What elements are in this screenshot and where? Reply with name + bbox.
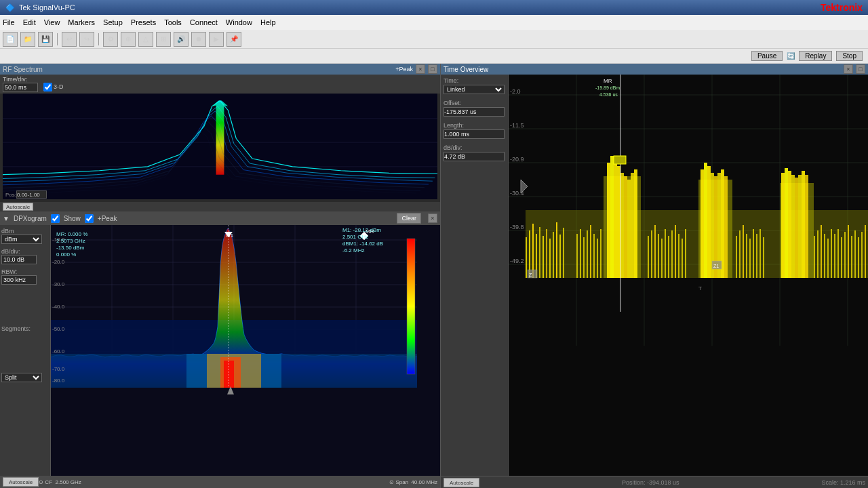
toolbar-peak[interactable]: △ bbox=[138, 32, 153, 47]
dpx-close-btn[interactable]: × bbox=[428, 214, 437, 223]
replay-button[interactable]: Replay bbox=[799, 51, 832, 61]
svg-rect-103 bbox=[682, 239, 683, 278]
spectrum-autoscale-btn[interactable]: Autoscale bbox=[3, 203, 33, 211]
dbdiv-input[interactable] bbox=[1, 255, 37, 264]
dpxogram-canvas: M1 MR -10.0 -20.0 -30.0 -40.0 -50.0 -60.… bbox=[51, 225, 440, 476]
svg-text:-39.8: -39.8 bbox=[510, 224, 524, 230]
svg-rect-115 bbox=[739, 230, 741, 278]
menu-window[interactable]: Window bbox=[226, 18, 252, 26]
dpxogram-svg: M1 MR -10.0 -20.0 -30.0 -40.0 -50.0 -60.… bbox=[51, 225, 440, 476]
dpx-clear-btn[interactable]: Clear bbox=[397, 213, 421, 224]
toolbar-redo[interactable]: ↪ bbox=[79, 32, 94, 47]
units-select[interactable]: dBm bbox=[1, 235, 42, 244]
svg-rect-78 bbox=[614, 159, 617, 278]
time-overview-close[interactable]: × bbox=[844, 64, 853, 74]
toolbar-play[interactable]: ▶ bbox=[209, 32, 224, 47]
stop-button[interactable]: Stop bbox=[836, 51, 863, 61]
menu-edit[interactable]: Edit bbox=[23, 18, 36, 26]
svg-rect-93 bbox=[648, 236, 649, 278]
segments-label: Segments: bbox=[1, 325, 49, 332]
menu-view[interactable]: View bbox=[44, 18, 60, 26]
toolbar-save[interactable]: 💾 bbox=[38, 32, 53, 47]
menu-connect[interactable]: Connect bbox=[190, 18, 218, 26]
toolbar-settings[interactable]: ⚙ bbox=[103, 32, 118, 47]
svg-text:4.536 us: 4.536 us bbox=[599, 92, 618, 97]
spectrum-max-btn[interactable]: □ bbox=[428, 64, 437, 74]
dbdiv-input-to[interactable] bbox=[443, 152, 505, 161]
length-label: Length: bbox=[443, 122, 505, 129]
svg-rect-102 bbox=[678, 234, 679, 278]
svg-rect-141 bbox=[844, 232, 846, 278]
time-overview-svg: -2.0 -11.5 -20.9 -30.4 -39.8 -49.2 bbox=[509, 75, 868, 476]
svg-text:-70.0: -70.0 bbox=[52, 366, 65, 372]
svg-text:2.501 GHz: 2.501 GHz bbox=[342, 234, 368, 240]
dpxogram-header: ▼ DPXogram Show +Peak Clear × bbox=[0, 211, 440, 225]
svg-text:Z: Z bbox=[529, 272, 532, 277]
svg-rect-74 bbox=[563, 228, 564, 278]
svg-rect-104 bbox=[685, 229, 686, 278]
svg-rect-143 bbox=[851, 236, 852, 278]
pos-input[interactable] bbox=[16, 190, 47, 199]
menu-tools[interactable]: Tools bbox=[164, 18, 182, 26]
cf-indicator: ⊙ CF 2.500 GHz bbox=[39, 479, 81, 485]
toolbar-marker[interactable]: ⊕ bbox=[121, 32, 136, 47]
time-type-select[interactable]: Linked Independent bbox=[443, 85, 505, 94]
toolbar: 📄 📁 💾 ↩ ↪ ⚙ ⊕ △ ⊞ 🔊 ⏺ ▶ 📌 bbox=[0, 30, 868, 49]
svg-rect-107 bbox=[704, 163, 707, 278]
time-label: Time: bbox=[443, 77, 505, 84]
left-panel: RF Spectrum +Peak × □ Time/div: 3-D bbox=[0, 64, 441, 488]
svg-rect-142 bbox=[848, 225, 849, 278]
length-input[interactable] bbox=[443, 129, 505, 139]
dpx-arrow: ▼ bbox=[3, 215, 9, 222]
svg-rect-82 bbox=[627, 180, 631, 278]
dpx-peak-checkbox[interactable] bbox=[85, 214, 94, 223]
toolbar-new[interactable]: 📄 bbox=[3, 32, 18, 47]
toolbar-pin[interactable]: 📌 bbox=[226, 32, 241, 47]
spectrum-peak-label: +Peak bbox=[395, 66, 413, 73]
dbdiv-label: dB/div: bbox=[1, 248, 49, 255]
offset-input[interactable] bbox=[443, 107, 505, 117]
svg-rect-122 bbox=[763, 237, 764, 278]
menu-help[interactable]: Help bbox=[260, 18, 276, 26]
rbw-label: RBW: bbox=[1, 268, 49, 275]
toolbar-zoom[interactable]: ⊞ bbox=[156, 32, 171, 47]
dpx-autoscale-btn[interactable]: Autoscale bbox=[3, 477, 39, 487]
time-overview-controls: Time: Linked Independent Offset: Length:… bbox=[441, 75, 509, 476]
svg-text:-2.0: -2.0 bbox=[510, 88, 521, 95]
svg-rect-127 bbox=[791, 175, 795, 278]
toolbar-open[interactable]: 📁 bbox=[20, 32, 35, 47]
svg-text:-50.0: -50.0 bbox=[52, 326, 65, 332]
time-div-input[interactable] bbox=[3, 83, 38, 92]
svg-rect-131 bbox=[805, 175, 808, 278]
span-indicator: ⊙ Span 40.00 MHz bbox=[389, 479, 437, 485]
rbw-input[interactable] bbox=[1, 275, 37, 285]
svg-rect-88 bbox=[587, 230, 588, 278]
svg-text:dBM1: -14.62 dB: dBM1: -14.62 dB bbox=[342, 241, 383, 247]
svg-rect-80 bbox=[620, 173, 624, 278]
svg-text:-20.0: -20.0 bbox=[52, 259, 65, 265]
dpx-show-checkbox[interactable] bbox=[51, 214, 60, 223]
svg-rect-126 bbox=[788, 171, 791, 278]
svg-rect-132 bbox=[814, 236, 815, 278]
pause-button[interactable]: Pause bbox=[751, 51, 783, 61]
menu-bar: File Edit View Markers Setup Presets Too… bbox=[0, 15, 868, 30]
menu-presets[interactable]: Presets bbox=[131, 18, 156, 26]
svg-rect-124 bbox=[781, 173, 785, 278]
time-overview-max[interactable]: □ bbox=[856, 64, 865, 74]
menu-file[interactable]: File bbox=[3, 18, 15, 26]
toolbar-undo[interactable]: ↩ bbox=[62, 32, 77, 47]
spectrum-close-btn[interactable]: × bbox=[416, 64, 425, 74]
menu-setup[interactable]: Setup bbox=[103, 18, 123, 26]
svg-rect-108 bbox=[707, 166, 711, 278]
svg-rect-130 bbox=[802, 171, 805, 278]
toolbar-record[interactable]: ⏺ bbox=[191, 32, 206, 47]
3d-checkbox[interactable] bbox=[43, 83, 52, 92]
replay-icon: 🔄 bbox=[787, 52, 795, 60]
toolbar-audio[interactable]: 🔊 bbox=[174, 32, 189, 47]
svg-rect-119 bbox=[753, 229, 754, 278]
svg-text:-40.0: -40.0 bbox=[52, 304, 65, 310]
split-select[interactable]: Split bbox=[1, 373, 42, 382]
svg-rect-100 bbox=[671, 230, 673, 278]
time-overview-autoscale[interactable]: Autoscale bbox=[443, 478, 479, 487]
menu-markers[interactable]: Markers bbox=[68, 18, 95, 26]
